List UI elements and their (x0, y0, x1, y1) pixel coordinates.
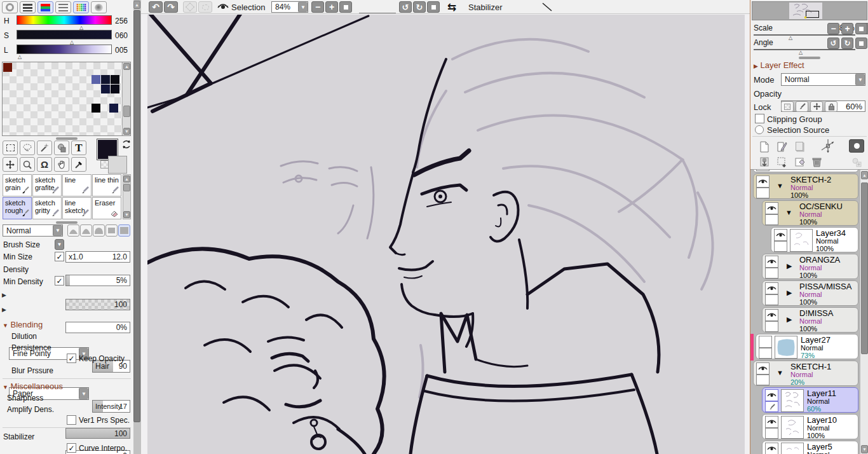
misc-section-header[interactable]: ▼ Miscellaneous (3, 382, 63, 391)
rect-select-tool[interactable] (3, 141, 18, 155)
min-size-slider[interactable]: 5% (65, 275, 130, 286)
swatch[interactable] (111, 75, 119, 84)
layer-mode-dropdown[interactable]: Normal ▼ (781, 73, 865, 86)
left-panel-scrollbar[interactable]: ▲ (133, 0, 141, 454)
lasso-tool[interactable] (20, 141, 35, 155)
brush-preset-sketch-gritty[interactable]: sketch gritty (32, 197, 62, 219)
navigator[interactable] (752, 1, 867, 20)
lock-all-button[interactable] (825, 101, 837, 112)
swatch-scrollbar[interactable]: ▲ ▼ (122, 62, 130, 135)
brush-preset-line-sketch[interactable]: line sketch (62, 197, 92, 219)
swatch[interactable] (101, 85, 110, 93)
rotate-reset-button[interactable] (427, 1, 440, 13)
layer-visibility-toggle[interactable] (765, 282, 778, 294)
swatch[interactable] (109, 104, 118, 113)
layer-row-dmissa[interactable]: ▶ D!MISSA Normal 100% (762, 307, 858, 333)
line-tool-icon[interactable] (541, 2, 553, 12)
bar-sliders-button[interactable] (20, 1, 36, 13)
layer-scroll-up[interactable]: ▲ (861, 171, 868, 179)
layer-visibility-toggle[interactable] (765, 256, 778, 268)
new-layer-button[interactable] (757, 140, 772, 153)
background-color[interactable] (108, 156, 127, 174)
layer-row-pissa-missa[interactable]: ▶ PISSA/MISSA Normal 100% (762, 280, 858, 306)
layer-mask-button[interactable] (849, 139, 864, 153)
layer-effect-header[interactable]: ▶ Layer Effect (754, 60, 804, 70)
scale-reset-button[interactable] (855, 23, 867, 34)
zoom-out-button[interactable]: − (311, 1, 324, 13)
panel-divider-handle[interactable] (56, 137, 78, 140)
mixer-lines-button[interactable] (55, 1, 71, 13)
folder-collapse-arrow[interactable]: ▼ (785, 209, 792, 216)
blending-slider[interactable]: 100 (65, 428, 130, 439)
selection-source-radio[interactable] (755, 125, 764, 134)
ver1-checkbox[interactable] (67, 415, 76, 425)
layer-extra-toggle[interactable] (774, 241, 787, 252)
layer-extra-toggle[interactable] (756, 375, 770, 385)
lock-transparency-button[interactable] (781, 101, 794, 112)
swatch-scroll-thumb[interactable] (123, 106, 130, 117)
layer-row-layer5[interactable]: Layer5 Normal (762, 441, 858, 454)
layer-extra-toggle[interactable] (765, 268, 778, 279)
scale-minus-button[interactable]: − (827, 23, 839, 34)
layer-extra-toggle[interactable] (765, 294, 778, 305)
tip-expand-arrow[interactable]: ▶ (2, 292, 6, 298)
layer-row-layer11[interactable]: Layer11 Normal 60% (762, 387, 858, 413)
hue-slider[interactable] (17, 15, 112, 25)
texture-param-slider[interactable]: Intensity 17 (92, 400, 130, 413)
brush-tip-round-button[interactable] (80, 224, 92, 237)
brush-tip-dome-button[interactable] (93, 224, 105, 237)
layer-visibility-toggle[interactable] (756, 362, 770, 375)
brush-scroll-up[interactable]: ▲ (123, 175, 130, 182)
layer-extra-toggle[interactable] (765, 428, 778, 439)
brush-tip-flat-button[interactable] (118, 224, 130, 237)
selection-eye-icon[interactable] (217, 3, 229, 11)
layer-extra-toggle[interactable] (759, 348, 772, 359)
brush-preset-sketch-grain[interactable]: sketch grain (3, 174, 32, 196)
layer-row-layer27[interactable]: Layer27 Normal 73% (756, 334, 858, 359)
color-wheel-button[interactable] (2, 1, 18, 13)
folder-collapse-arrow[interactable]: ▼ (776, 369, 783, 376)
layer-row-oc-senku[interactable]: ▼ OC/SENKU Normal 100% (762, 200, 858, 226)
layer-row-layer10[interactable]: Layer10 Normal 100% (762, 414, 858, 439)
transparent-color[interactable] (100, 160, 109, 169)
min-size-checkbox[interactable]: ✓ (55, 252, 64, 261)
flip-horizontal-icon[interactable]: ⇆ (447, 1, 456, 14)
undo-button[interactable]: ↶ (149, 1, 163, 13)
layer-extra-toggle[interactable] (765, 321, 778, 332)
folder-expand-arrow[interactable]: ▶ (787, 289, 792, 297)
min-density-checkbox[interactable]: ✓ (55, 276, 64, 285)
brush-blend-mode-dropdown[interactable]: Normal ▼ (3, 224, 63, 237)
scale-slider-marker[interactable]: △ (789, 36, 792, 41)
brush-size-slider[interactable]: x1.0 12.0 (65, 251, 130, 263)
swatch-scroll-down[interactable]: ▼ (123, 128, 130, 135)
layer-row-orangza[interactable]: ▶ ORANGZA Normal 100% (762, 254, 858, 279)
brush-preset-sketch-rough[interactable]: sketch rough (3, 197, 32, 219)
layer-visibility-toggle[interactable] (756, 175, 770, 188)
layer-visibility-toggle[interactable] (765, 389, 778, 401)
apply-mask-button[interactable] (849, 155, 864, 169)
layer-scroll-thumb[interactable] (861, 182, 868, 354)
lum-slider[interactable] (17, 45, 112, 54)
swatch-panel[interactable]: ▲ ▼ (2, 62, 131, 136)
folder-collapse-arrow[interactable]: ▼ (776, 182, 783, 189)
magic-wand-tool[interactable] (37, 141, 52, 155)
brush-tip-pointy-button[interactable] (67, 224, 79, 237)
eyedropper-tool[interactable] (71, 157, 86, 172)
layer-row-layer34[interactable]: Layer34 Normal 100% (771, 227, 858, 252)
left-scroll-thumb[interactable] (133, 10, 140, 422)
sat-slider[interactable] (17, 30, 112, 39)
zoom-dropdown[interactable]: 84% ▼ (271, 1, 308, 13)
brush-tip-square-button[interactable] (105, 224, 118, 237)
texture-expand-arrow[interactable]: ▶ (2, 306, 6, 313)
new-layer-set-button[interactable] (792, 140, 808, 153)
swatch[interactable] (101, 75, 110, 84)
zoom-tool[interactable] (20, 157, 35, 172)
lock-pencil-button[interactable] (796, 101, 808, 112)
panel-divider-handle[interactable] (56, 221, 78, 224)
swatch[interactable] (3, 63, 12, 72)
angle-reset-button[interactable] (855, 38, 867, 49)
density-slider[interactable]: 100 (65, 299, 130, 310)
brush-preset-eraser[interactable]: Eraser (92, 197, 121, 219)
move-tool[interactable] (3, 157, 18, 172)
angle-ccw-button[interactable]: ↺ (827, 38, 839, 49)
